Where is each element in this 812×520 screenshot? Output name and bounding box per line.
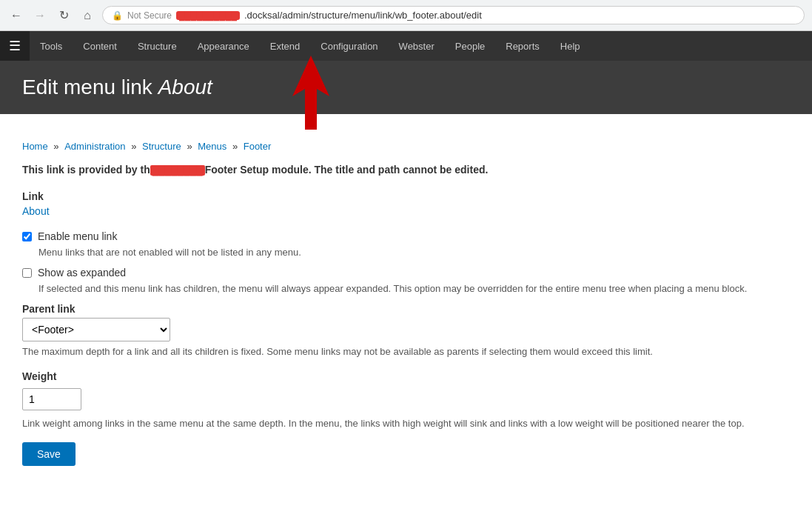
nav-item-help[interactable]: Help [550,31,591,61]
page-title-italic: About [158,76,212,99]
enable-menu-link-checkbox[interactable] [22,232,32,241]
url-path: .docksal/admin/structure/menu/link/wb_fo… [244,10,482,21]
not-secure-label: Not Secure [127,10,172,21]
save-button[interactable]: Save [22,442,76,466]
back-button[interactable]: ← [7,7,25,24]
link-field-group: Link About [22,190,790,217]
nav-item-tools[interactable]: Tools [30,31,73,61]
page-content: Home » Administration » Structure » Menu… [0,126,812,481]
home-button[interactable]: ⌂ [78,7,96,24]
show-expanded-checkbox[interactable] [22,268,32,278]
lock-icon: 🔒 [112,10,123,21]
breadcrumb-footer[interactable]: Footer [244,141,272,152]
parent-link-desc: The maximum depth for a link and all its… [22,346,790,357]
parent-link-label: Parent link [22,303,790,315]
nav-item-webster[interactable]: Webster [389,31,445,61]
breadcrumb-administration[interactable]: Administration [64,141,125,152]
info-redacted: ████████ [150,165,205,176]
nav-item-people[interactable]: People [445,31,495,61]
show-expanded-label[interactable]: Show as expanded [38,267,126,279]
breadcrumb-home[interactable]: Home [22,141,48,152]
link-value: About [22,205,790,217]
weight-label: Weight [22,370,790,382]
page-title-prefix: Edit menu link [22,76,152,99]
breadcrumb-structure[interactable]: Structure [142,141,181,152]
nav-item-reports[interactable]: Reports [495,31,550,61]
breadcrumb: Home » Administration » Structure » Menu… [22,141,790,152]
admin-bar-toggle[interactable]: ☰ [0,31,30,61]
show-expanded-section: Show as expanded If selected and this me… [22,267,790,294]
link-label: Link [22,190,790,202]
address-bar[interactable]: 🔒 Not Secure ██████████ .docksal/admin/s… [102,6,805,24]
nav-item-appearance[interactable]: Appearance [187,31,260,61]
enable-menu-link-section: Enable menu link Menu links that are not… [22,230,790,258]
nav-item-extend[interactable]: Extend [260,31,310,61]
weight-desc: Link weight among links in the same menu… [22,418,790,429]
info-message: Link This link is provided by th████████… [22,164,790,176]
info-text-suffix: Footer Setup module. The title and path … [205,164,489,176]
admin-bar: ☰ Tools Content Structure Appearance Ext… [0,31,812,61]
link-about[interactable]: About [22,205,50,217]
nav-item-configuration[interactable]: Configuration [310,31,388,61]
page-title-banner: Edit menu link About [0,61,812,114]
admin-nav: Tools Content Structure Appearance Exten… [30,31,591,61]
weight-input[interactable] [22,388,81,410]
info-text-prefix: This link is provided by th [22,164,150,176]
url-redacted: ██████████ [176,11,240,20]
parent-link-section: Parent link <Footer> The maximum depth f… [22,303,790,357]
nav-item-content[interactable]: Content [73,31,127,61]
enable-menu-link-row: Enable menu link [22,230,790,242]
nav-item-structure[interactable]: Structure [127,31,187,61]
hamburger-icon: ☰ [9,38,21,54]
show-expanded-row: Show as expanded [22,267,790,279]
weight-section: Weight Link weight among links in the sa… [22,370,790,429]
enable-menu-link-desc: Menu links that are not enabled will not… [38,247,790,258]
parent-link-select[interactable]: <Footer> [22,318,170,341]
breadcrumb-menus[interactable]: Menus [198,141,227,152]
show-expanded-desc: If selected and this menu link has child… [38,283,790,294]
forward-button[interactable]: → [31,7,49,24]
reload-button[interactable]: ↻ [55,7,73,24]
enable-menu-link-label[interactable]: Enable menu link [38,230,117,242]
